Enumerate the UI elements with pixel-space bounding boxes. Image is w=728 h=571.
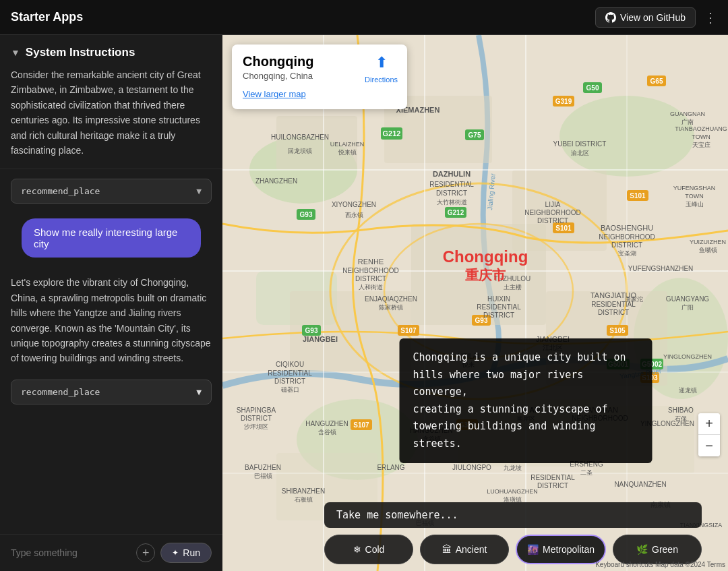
map-attribution: Keyboard shortcuts Map data ©2024 Terms [595, 561, 725, 568]
directions-icon: ⬆ [375, 54, 388, 71]
input-area: + ✦ Run [0, 534, 222, 571]
svg-text:DISTRICT: DISTRICT [537, 217, 568, 224]
svg-text:S107: S107 [353, 421, 369, 429]
category-buttons: ❄ Cold 🏛 Ancient 🌆 Metropolitan 🌿 Green [324, 535, 702, 564]
category-cold-button[interactable]: ❄ Cold [324, 535, 413, 564]
svg-text:DISTRICT: DISTRICT [436, 189, 467, 197]
svg-text:G212: G212 [448, 209, 464, 216]
svg-text:DISTRICT: DISTRICT [598, 309, 629, 316]
ancient-icon: 🏛 [442, 544, 452, 555]
map-svg: G212 G93 G75 G319 G212 S101 S107 G93 G93… [222, 35, 728, 571]
svg-text:回龙坝镇: 回龙坝镇 [288, 148, 312, 154]
map-panel: G212 G93 G75 G319 G212 S101 S107 G93 G93… [222, 35, 728, 571]
system-instructions-section: ▼ System Instructions Consider the remar… [0, 35, 222, 169]
svg-text:DAZHULIN: DAZHULIN [433, 170, 471, 178]
svg-text:巴福镇: 巴福镇 [254, 473, 272, 479]
svg-text:LIJIA: LIJIA [545, 201, 561, 208]
bottom-bar: Take me somewhere... ❄ Cold 🏛 Ancient 🌆 … [324, 502, 702, 564]
svg-text:JIANGBEI: JIANGBEI [303, 335, 338, 343]
menu-dots-icon[interactable]: ⋮ [704, 9, 717, 26]
svg-text:S107: S107 [400, 327, 417, 334]
svg-text:TIANBAOZHUANG: TIANBAOZHUANG [675, 125, 727, 132]
function-pill-2[interactable]: recommend_place ▼ [11, 380, 212, 404]
svg-text:S101: S101 [555, 224, 572, 232]
svg-text:G93: G93 [300, 211, 313, 218]
svg-text:西永镇: 西永镇 [345, 212, 363, 218]
svg-text:G93: G93 [305, 327, 318, 334]
chevron-down-icon-pill1: ▼ [196, 186, 202, 196]
svg-text:SHAPINGBA: SHAPINGBA [237, 407, 276, 414]
svg-text:DISTRICT: DISTRICT [274, 378, 305, 385]
svg-text:G319: G319 [555, 98, 572, 105]
svg-text:NEIGHBORHOOD: NEIGHBORHOOD [599, 233, 655, 241]
system-instructions-header[interactable]: ▼ System Instructions [11, 46, 212, 59]
svg-text:G212: G212 [383, 129, 401, 138]
svg-text:RENHE: RENHE [358, 258, 384, 266]
category-green-button[interactable]: 🌿 Green [613, 535, 702, 564]
run-button[interactable]: ✦ Run [160, 543, 212, 563]
metropolitan-icon: 🌆 [527, 544, 539, 555]
svg-text:DISTRICT: DISTRICT [483, 311, 514, 319]
main-content: ▼ System Instructions Consider the remar… [0, 35, 728, 571]
svg-text:DISTRICT: DISTRICT [611, 241, 642, 249]
system-instructions-title: System Instructions [26, 46, 135, 59]
svg-text:广阳: 广阳 [681, 304, 694, 311]
svg-text:YUFENGSHAN: YUFENGSHAN [673, 185, 716, 191]
svg-text:迎龙镇: 迎龙镇 [679, 387, 697, 394]
svg-text:NANQUANZHEN: NANQUANZHEN [614, 481, 666, 488]
info-card-title: Chongqing [243, 54, 314, 69]
svg-text:YUFENGSHANZHEN: YUFENGSHANZHEN [628, 265, 694, 272]
svg-text:鱼嘴镇: 鱼嘴镇 [699, 247, 717, 253]
svg-text:GUANGNAN: GUANGNAN [670, 111, 705, 117]
chat-input[interactable] [11, 547, 131, 558]
svg-text:G65: G65 [650, 78, 663, 85]
github-button[interactable]: View on GitHub [595, 7, 696, 28]
category-ancient-button[interactable]: 🏛 Ancient [420, 535, 509, 564]
svg-text:RESIDENTIAL: RESIDENTIAL [268, 369, 312, 377]
svg-text:玉峰山: 玉峰山 [686, 201, 704, 208]
category-metropolitan-button[interactable]: 🌆 Metropolitan [516, 535, 606, 564]
svg-text:宝圣湖: 宝圣湖 [618, 250, 636, 257]
function-pill-1[interactable]: recommend_place ▼ [11, 179, 212, 204]
svg-text:渝北区: 渝北区 [571, 150, 589, 156]
ai-response-text: Let's explore the vibrant city of Chongq… [0, 266, 222, 375]
svg-text:BAOSHENGHU: BAOSHENGHU [601, 224, 653, 232]
svg-text:RESIDENTIAL: RESIDENTIAL [429, 181, 474, 188]
add-button[interactable]: + [136, 543, 155, 562]
svg-text:陈家桥镇: 陈家桥镇 [379, 304, 403, 311]
svg-text:YINGLONGZHEN: YINGLONGZHEN [663, 353, 712, 360]
svg-text:NEIGHBORHOOD: NEIGHBORHOOD [524, 209, 580, 216]
svg-text:JIULONGPO: JIULONGPO [452, 464, 491, 471]
map-info-card: Chongqing Chongqing, China View larger m… [232, 44, 407, 109]
svg-text:含谷镇: 含谷镇 [318, 429, 336, 435]
svg-text:ZHANGZHEN: ZHANGZHEN [255, 177, 297, 185]
svg-text:DISTRICT: DISTRICT [355, 275, 386, 282]
function-pill-2-label: recommend_place [21, 387, 100, 397]
svg-text:ENJAQIAQZHEN: ENJAQIAQZHEN [365, 295, 417, 303]
app-title: Starter Apps [11, 10, 83, 24]
svg-text:TOWN: TOWN [692, 133, 710, 140]
zoom-out-button[interactable]: − [698, 435, 720, 456]
metropolitan-label: Metropolitan [543, 544, 595, 555]
info-card-top: Chongqing Chongqing, China View larger m… [243, 54, 396, 100]
zoom-in-button[interactable]: + [698, 413, 720, 435]
map-background: G212 G93 G75 G319 G212 S101 S107 G93 G93… [222, 35, 728, 571]
directions-button[interactable]: ⬆ Directions [365, 54, 398, 84]
svg-text:GUANGYANG: GUANGYANG [666, 295, 709, 303]
github-icon [605, 12, 616, 23]
info-card-subtitle: Chongqing, China [243, 71, 314, 81]
svg-text:大竹林街道: 大竹林街道 [437, 199, 467, 206]
svg-text:BAFUZHEN: BAFUZHEN [245, 464, 281, 471]
view-larger-map-link[interactable]: View larger map [243, 89, 306, 99]
svg-text:HUIXIN: HUIXIN [487, 295, 510, 303]
run-label: Run [183, 547, 200, 558]
function-pill-1-label: recommend_place [21, 186, 100, 196]
svg-text:磁器口: 磁器口 [280, 386, 299, 393]
svg-text:YUIZUIZHEN: YUIZUIZHEN [690, 239, 726, 245]
svg-text:广南: 广南 [681, 119, 694, 125]
green-icon: 🌿 [636, 544, 648, 555]
svg-text:TUZHULOU: TUZHULOU [494, 275, 530, 282]
svg-text:人和街道: 人和街道 [359, 284, 383, 291]
svg-text:悦来镇: 悦来镇 [338, 149, 357, 156]
chat-bubble-wrapper: Show me really interesting large city [0, 210, 222, 266]
